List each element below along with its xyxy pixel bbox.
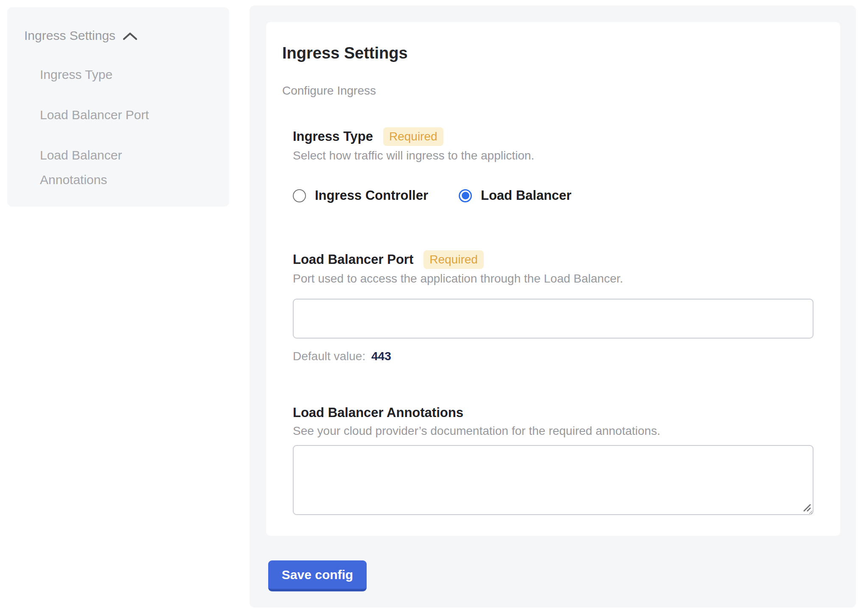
radio-circle-icon[interactable] bbox=[293, 189, 306, 202]
sidebar-item-load-balancer-annotations[interactable]: Load Balancer Annotations bbox=[40, 143, 184, 192]
sidebar-item-list: Ingress Type Load Balancer Port Load Bal… bbox=[40, 62, 212, 192]
sidebar-item-load-balancer-port[interactable]: Load Balancer Port bbox=[40, 103, 184, 127]
config-page: Ingress Settings Ingress Type Load Balan… bbox=[0, 0, 864, 616]
load-balancer-annotations-label: Load Balancer Annotations bbox=[293, 404, 463, 421]
sidebar-group-label: Ingress Settings bbox=[24, 28, 115, 44]
load-balancer-annotations-description: See your cloud provider’s documentation … bbox=[293, 424, 814, 438]
save-config-button[interactable]: Save config bbox=[268, 560, 367, 591]
required-badge: Required bbox=[424, 250, 484, 269]
default-value: 443 bbox=[371, 350, 391, 363]
annotations-textarea-wrap bbox=[293, 445, 814, 515]
radio-label: Ingress Controller bbox=[315, 188, 428, 203]
section-load-balancer-annotations: Load Balancer Annotations See your cloud… bbox=[293, 404, 814, 515]
radio-option-ingress-controller[interactable]: Ingress Controller bbox=[293, 188, 428, 203]
radio-circle-icon[interactable] bbox=[459, 189, 472, 202]
load-balancer-port-label: Load Balancer Port bbox=[293, 251, 413, 268]
radio-option-load-balancer[interactable]: Load Balancer bbox=[459, 188, 572, 203]
load-balancer-port-input[interactable] bbox=[293, 299, 814, 339]
chevron-up-icon bbox=[122, 32, 138, 41]
load-balancer-port-description: Port used to access the application thro… bbox=[293, 272, 814, 286]
sidebar-item-ingress-type[interactable]: Ingress Type bbox=[40, 62, 184, 87]
required-badge: Required bbox=[383, 127, 443, 146]
section-load-balancer-port: Load Balancer Port Required Port used to… bbox=[293, 250, 814, 364]
ingress-type-label: Ingress Type bbox=[293, 128, 373, 145]
radio-label: Load Balancer bbox=[481, 188, 572, 203]
ingress-type-description: Select how traffic will ingress to the a… bbox=[293, 148, 814, 163]
section-ingress-type: Ingress Type Required Select how traffic… bbox=[293, 127, 814, 203]
default-value-label: Default value: bbox=[293, 350, 365, 363]
sidebar-group-ingress-settings[interactable]: Ingress Settings bbox=[24, 28, 212, 44]
settings-nav-sidebar: Ingress Settings Ingress Type Load Balan… bbox=[7, 7, 229, 207]
page-title: Ingress Settings bbox=[282, 44, 824, 62]
settings-panel: Ingress Settings Configure Ingress Ingre… bbox=[250, 6, 856, 608]
load-balancer-annotations-textarea[interactable] bbox=[293, 445, 814, 515]
page-subtitle: Configure Ingress bbox=[282, 84, 824, 98]
default-value-line: Default value: 443 bbox=[293, 349, 814, 364]
ingress-settings-card: Ingress Settings Configure Ingress Ingre… bbox=[266, 22, 840, 536]
ingress-type-radio-group: Ingress Controller Load Balancer bbox=[293, 188, 814, 203]
